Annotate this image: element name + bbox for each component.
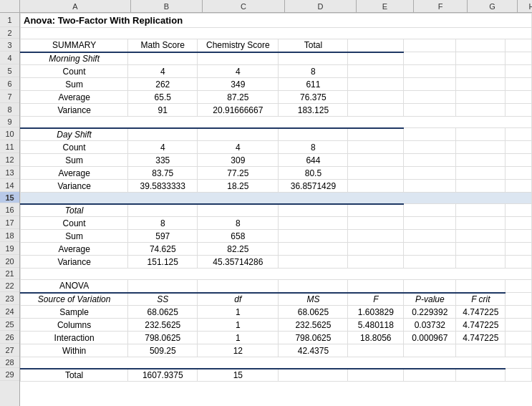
cell-a4[interactable]: Morning Shift [21, 52, 128, 65]
row-num-25[interactable]: 25 [0, 318, 19, 331]
cell-c7[interactable]: 87.25 [198, 91, 279, 104]
cell-a6[interactable]: Sum [21, 78, 128, 91]
cell-a1[interactable]: Anova: Two-Factor With Replication [21, 14, 532, 28]
cell-c29[interactable]: 15 [198, 369, 279, 382]
row-num-9[interactable]: 9 [0, 116, 19, 127]
cell-d25[interactable]: 232.5625 [279, 319, 348, 332]
cell-a11[interactable]: Count [21, 141, 128, 154]
cell-b25[interactable]: 232.5625 [128, 319, 198, 332]
cell-g24[interactable]: 4.747225 [456, 306, 506, 319]
row-num-14[interactable]: 14 [0, 179, 19, 192]
cell-c27[interactable]: 12 [198, 344, 279, 357]
row-num-8[interactable]: 8 [0, 103, 19, 116]
cell-b3[interactable]: Math Score [128, 39, 198, 52]
cell-d12[interactable]: 644 [279, 154, 348, 167]
cell-g23[interactable]: F crit [456, 293, 506, 306]
row-num-26[interactable]: 26 [0, 331, 19, 344]
cell-a7[interactable]: Average [21, 91, 128, 104]
row-num-6[interactable]: 6 [0, 77, 19, 90]
cell-a3[interactable]: SUMMARY [21, 39, 128, 52]
cell-a20[interactable]: Variance [21, 256, 128, 269]
cell-b23[interactable]: SS [128, 293, 198, 306]
row-num-27[interactable]: 27 [0, 344, 19, 357]
cell-a17[interactable]: Count [21, 217, 128, 230]
col-header-b[interactable]: B [131, 0, 203, 12]
col-header-a[interactable]: A [20, 0, 131, 12]
cell-c23[interactable]: df [198, 293, 279, 306]
row-num-4[interactable]: 4 [0, 52, 19, 64]
row-num-23[interactable]: 23 [0, 292, 19, 305]
cell-b5[interactable]: 4 [128, 65, 198, 78]
cell-b6[interactable]: 262 [128, 78, 198, 91]
cell-d13[interactable]: 80.5 [279, 167, 348, 180]
row-num-2[interactable]: 2 [0, 27, 19, 39]
row-num-12[interactable]: 12 [0, 153, 19, 166]
cell-b18[interactable]: 597 [128, 230, 198, 243]
row-num-7[interactable]: 7 [0, 90, 19, 103]
cell-a26[interactable]: Interaction [21, 332, 128, 344]
cell-d8[interactable]: 183.125 [279, 104, 348, 117]
col-header-c[interactable]: C [203, 0, 285, 12]
cell-b27[interactable]: 509.25 [128, 344, 198, 357]
cell-a8[interactable]: Variance [21, 104, 128, 117]
cell-a29[interactable]: Total [21, 369, 128, 382]
cell-d14[interactable]: 36.8571429 [279, 180, 348, 193]
cell-d27[interactable]: 42.4375 [279, 344, 348, 357]
cell-c12[interactable]: 309 [198, 154, 279, 167]
row-num-20[interactable]: 20 [0, 255, 19, 268]
cell-c6[interactable]: 349 [198, 78, 279, 91]
cell-a25[interactable]: Columns [21, 319, 128, 332]
cell-c18[interactable]: 658 [198, 230, 279, 243]
row-num-15[interactable]: 15 [0, 192, 19, 203]
cell-a24[interactable]: Sample [21, 306, 128, 319]
cell-c24[interactable]: 1 [198, 306, 279, 319]
cell-b12[interactable]: 335 [128, 154, 198, 167]
col-header-f[interactable]: F [414, 0, 468, 12]
cell-g25[interactable]: 4.747225 [456, 319, 506, 332]
cell-b11[interactable]: 4 [128, 141, 198, 154]
col-header-h[interactable]: H [518, 0, 532, 12]
cell-e23[interactable]: F [348, 293, 404, 306]
row-num-18[interactable]: 18 [0, 229, 19, 242]
cell-b17[interactable]: 8 [128, 217, 198, 230]
cell-c20[interactable]: 45.35714286 [198, 256, 279, 269]
cell-a16[interactable]: Total [21, 204, 128, 217]
cell-c14[interactable]: 18.25 [198, 180, 279, 193]
row-num-5[interactable]: 5 [0, 64, 19, 77]
row-num-21[interactable]: 21 [0, 268, 19, 279]
cell-c19[interactable]: 82.25 [198, 243, 279, 256]
cell-a12[interactable]: Sum [21, 154, 128, 167]
row-num-16[interactable]: 16 [0, 203, 19, 216]
cell-c5[interactable]: 4 [198, 65, 279, 78]
col-header-g[interactable]: G [468, 0, 518, 12]
cell-d7[interactable]: 76.375 [279, 91, 348, 104]
cell-c13[interactable]: 77.25 [198, 167, 279, 180]
cell-c26[interactable]: 1 [198, 332, 279, 344]
cell-f24[interactable]: 0.229392 [404, 306, 456, 319]
cell-d24[interactable]: 68.0625 [279, 306, 348, 319]
cell-d23[interactable]: MS [279, 293, 348, 306]
cell-c11[interactable]: 4 [198, 141, 279, 154]
cell-b26[interactable]: 798.0625 [128, 332, 198, 344]
cell-b7[interactable]: 65.5 [128, 91, 198, 104]
cell-e26[interactable]: 18.8056 [348, 332, 404, 344]
cell-b8[interactable]: 91 [128, 104, 198, 117]
cell-a14[interactable]: Variance [21, 180, 128, 193]
cell-a27[interactable]: Within [21, 344, 128, 357]
cell-d3[interactable]: Total [279, 39, 348, 52]
cell-a10[interactable]: Day Shift [21, 128, 128, 141]
col-header-d[interactable]: D [285, 0, 357, 12]
cell-b13[interactable]: 83.75 [128, 167, 198, 180]
cell-d6[interactable]: 611 [279, 78, 348, 91]
row-num-19[interactable]: 19 [0, 242, 19, 255]
cell-d11[interactable]: 8 [279, 141, 348, 154]
row-num-24[interactable]: 24 [0, 305, 19, 318]
row-num-22[interactable]: 22 [0, 279, 19, 292]
cell-b29[interactable]: 1607.9375 [128, 369, 198, 382]
cell-c3[interactable]: Chemistry Score [198, 39, 279, 52]
row-num-29[interactable]: 29 [0, 368, 19, 381]
cell-c8[interactable]: 20.91666667 [198, 104, 279, 117]
row-num-1[interactable]: 1 [0, 13, 19, 27]
cell-c17[interactable]: 8 [198, 217, 279, 230]
cell-a18[interactable]: Sum [21, 230, 128, 243]
